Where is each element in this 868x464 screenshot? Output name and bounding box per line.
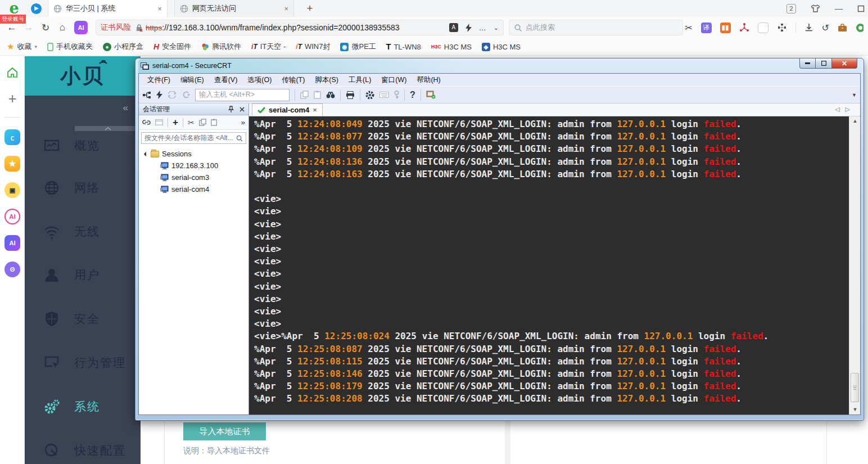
browser-tab-1[interactable]: 华三小贝 | 系统 × [48, 0, 168, 17]
crt-menu-item[interactable]: 编辑(E) [175, 75, 209, 85]
collapse-sidebar-icon[interactable]: « [123, 102, 128, 114]
add-app-button[interactable]: + [0, 90, 25, 107]
tab-close-icon[interactable]: × [284, 4, 288, 13]
skin-shirt-icon[interactable] [811, 4, 820, 13]
translate-extension-icon[interactable]: 译 [701, 22, 712, 33]
bookmark-h3c-2[interactable]: ◆H3C MS [482, 43, 521, 51]
dropdown-chevron-icon[interactable]: ⌄ [494, 24, 499, 31]
scroll-up-arrow[interactable]: ▲ [849, 116, 860, 126]
toolbox-icon[interactable] [838, 24, 847, 32]
sidebar-item-users[interactable]: 用户 [25, 264, 141, 286]
network-nodes-icon[interactable] [739, 22, 749, 33]
tab-close-icon[interactable]: × [157, 4, 162, 13]
paste-icon[interactable] [314, 91, 321, 99]
tree-session-3[interactable]: serial-com4 [139, 183, 248, 195]
crt-menu-item[interactable]: 文件(F) [142, 75, 175, 85]
host-input[interactable]: 输入主机 <Alt+R> [195, 89, 290, 101]
connect-icon[interactable] [142, 91, 151, 99]
crt-menu-item[interactable]: 传输(T) [277, 75, 310, 85]
new-session-plus-icon[interactable]: + [173, 119, 178, 127]
app-ai-square-icon[interactable]: AI [4, 235, 20, 251]
new-tab-button[interactable]: + [302, 2, 317, 15]
scrollbar-thumb[interactable] [851, 373, 859, 402]
terminal-tab-serial-com4[interactable]: serial-com4 × [252, 103, 323, 116]
home-icon[interactable] [6, 66, 19, 79]
sidebar-item-system[interactable]: 系统 [25, 395, 141, 418]
address-bar[interactable]: 证书风险 https://192.168.3.100/wnm/frame/ind… [96, 20, 504, 35]
tab-count-badge[interactable]: 2 [786, 4, 796, 13]
paste-session-icon[interactable] [211, 119, 217, 126]
crt-menu-item[interactable]: 帮助(H) [412, 75, 445, 85]
import-certificate-button[interactable]: 导入本地证书 [183, 422, 266, 440]
terminal[interactable]: %Apr 5 12:24:08:049 2025 vie NETCONF/6/S… [249, 116, 860, 415]
translate-page-icon[interactable]: A [449, 23, 458, 32]
pin-icon[interactable] [228, 106, 234, 113]
crt-menu-item[interactable]: 查看(V) [209, 75, 243, 85]
sidebar-item-overview[interactable]: 概览 [25, 134, 141, 157]
ai-assistant-button[interactable]: AI [74, 21, 88, 34]
new-window-icon[interactable] [155, 119, 163, 125]
minimize-window-icon[interactable]: — [835, 4, 843, 13]
certificate-risk-label[interactable]: 证书风险 [101, 22, 131, 33]
crt-menu-item[interactable]: 选项(O) [242, 75, 277, 85]
browser-wheel-icon[interactable] [856, 23, 864, 33]
options-gear-icon[interactable] [365, 91, 374, 100]
keymap-keyboard-icon[interactable] [379, 92, 389, 98]
sidebar-item-behavior[interactable]: 行为管理 [25, 352, 141, 374]
expander-icon[interactable] [144, 151, 148, 156]
copy-icon[interactable] [300, 91, 309, 99]
crt-menu-item[interactable]: 工具(L) [343, 75, 376, 85]
puzzle-extensions-icon[interactable] [777, 22, 787, 33]
session-filter-input[interactable]: 按文件夹/会话名称筛选 <Alt... [141, 132, 246, 144]
terminal-scrollbar[interactable]: ▲ ▼ [849, 116, 860, 415]
disconnect-icon[interactable] [182, 91, 190, 98]
crt-minimize-button[interactable] [799, 58, 816, 69]
bookmark-tencent[interactable]: 腾讯软件 [201, 42, 241, 52]
bookmark-miniapp[interactable]: ●小程序盒 [103, 42, 143, 52]
app-chat-bot-icon[interactable]: ▣ [4, 182, 20, 198]
home-icon[interactable]: ⌂ [54, 22, 71, 33]
quick-connect-bolt-icon[interactable] [156, 91, 162, 99]
tree-session-1[interactable]: 192.168.3.100 [139, 160, 248, 172]
crt-maximize-button[interactable] [816, 58, 831, 69]
bookmark-firmware[interactable]: H安全固件 [153, 42, 191, 52]
bookmark-favorites[interactable]: ★收藏▾ [7, 42, 37, 52]
login-account-icon[interactable] [31, 3, 42, 14]
help-icon[interactable]: ? [410, 90, 415, 100]
more-tools-icon[interactable]: … [479, 24, 486, 32]
cut-icon[interactable]: ✂ [188, 118, 195, 127]
sidebar-item-security[interactable]: 安全 [25, 308, 141, 330]
session-options-icon[interactable] [426, 91, 436, 99]
tree-folder-sessions[interactable]: Sessions [139, 148, 248, 160]
tab-close-icon[interactable]: × [313, 106, 317, 114]
reading-mode-icon[interactable] [758, 22, 768, 33]
copy-session-icon[interactable] [199, 119, 206, 126]
bookmark-tl[interactable]: TTL-WN8 [386, 42, 421, 51]
sidebar-item-network[interactable]: 网络 [25, 177, 141, 199]
refresh-icon[interactable]: ↻ [37, 22, 54, 34]
scissors-screenshot-icon[interactable]: ✂ [685, 22, 692, 33]
bookmark-mobile[interactable]: 手机收藏夹 [47, 42, 93, 52]
download-icon[interactable] [804, 23, 813, 32]
back-icon[interactable]: ← [3, 22, 20, 33]
toolbar-more-icon[interactable]: » [241, 118, 245, 127]
crt-menu-item[interactable]: 脚本(S) [310, 75, 343, 85]
app-clip-icon[interactable]: ʗ [4, 129, 20, 145]
toolbar-overflow-chevron-icon[interactable]: ▼ [852, 92, 857, 98]
connect-session-icon[interactable] [142, 120, 151, 125]
print-icon[interactable] [346, 91, 355, 99]
bookmark-win7[interactable]: iTWIN7封 [296, 42, 330, 52]
browser-tab-2[interactable]: 网页无法访问 × [174, 0, 294, 17]
nav-scroll-up[interactable] [75, 126, 141, 131]
sidebar-item-wireless[interactable]: 无线 [25, 220, 141, 243]
login-tag[interactable]: 登录账号 [0, 15, 26, 24]
maximize-window-icon[interactable] [857, 5, 865, 12]
reconnect-icon[interactable] [168, 91, 177, 98]
key-icon[interactable] [394, 91, 399, 99]
bookmark-wepe[interactable]: ◉微PE工 [340, 42, 376, 52]
app-robot-icon[interactable]: ʘ [4, 262, 20, 277]
scroll-down-arrow[interactable]: ▼ [849, 405, 860, 415]
find-binoculars-icon[interactable] [326, 91, 335, 98]
tree-session-2[interactable]: serial-com3 [139, 172, 248, 183]
browser-logo-icon[interactable]: e [4, 1, 24, 16]
